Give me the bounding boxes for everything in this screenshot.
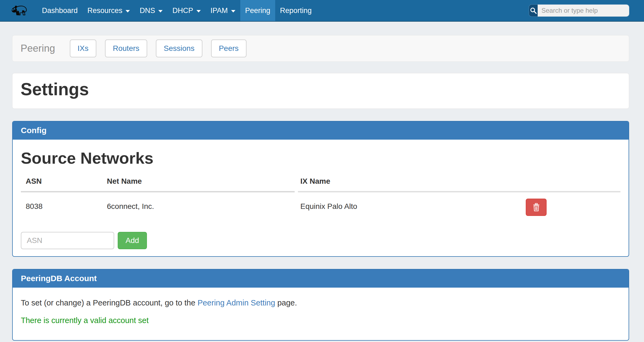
page-container: Peering IXs Routers Sessions Peers Setti… [12, 35, 629, 341]
nav-label: Dashboard [42, 6, 78, 15]
column-header-actions [520, 170, 620, 182]
add-asn-form: Add [21, 232, 620, 249]
source-networks-title: Source Networks [21, 149, 620, 167]
panda-icon [11, 3, 27, 18]
peering-admin-setting-link[interactable]: Peering Admin Setting [198, 298, 275, 307]
nav-item-peering[interactable]: Peering [240, 0, 275, 21]
peeringdb-panel: PeeringDB Account To set (or change) a P… [12, 269, 629, 341]
search-button[interactable] [529, 5, 538, 17]
cell-actions [520, 192, 620, 216]
nav-label: Reporting [280, 6, 312, 15]
column-header-net-name: Net Name [102, 170, 295, 191]
peeringdb-instructions: To set (or change) a PeeringDB account, … [21, 298, 620, 307]
nav-item-dashboard[interactable]: Dashboard [37, 0, 83, 21]
section-title-peering: Peering [21, 43, 55, 54]
settings-title-panel: Settings [12, 73, 629, 109]
account-status-message: There is currently a valid account set [21, 316, 620, 325]
config-panel: Config Source Networks ASN Net Name IX N… [12, 121, 629, 257]
cell-net-name: 6connect, Inc. [102, 192, 295, 211]
peering-subnav: Peering IXs Routers Sessions Peers [12, 35, 629, 62]
trash-icon [532, 203, 540, 212]
cell-asn: 8038 [21, 192, 102, 211]
config-panel-header: Config [13, 121, 629, 140]
table-row: 8038 6connect, Inc. Equinix Palo Alto [21, 192, 620, 223]
nav-item-ipam[interactable]: IPAM [206, 0, 240, 21]
page-title: Settings [21, 79, 621, 99]
nav-label: Resources [87, 6, 122, 15]
caret-down-icon [231, 10, 235, 12]
nav-label: Peering [245, 6, 270, 15]
text-after-link: page. [275, 298, 297, 307]
panda-logo[interactable] [0, 0, 28, 21]
source-networks-table: ASN Net Name IX Name 8038 6connect, Inc.… [21, 170, 620, 223]
top-navbar: Dashboard Resources DNS DHCP IPAM Peerin… [0, 0, 644, 22]
column-header-ix-name: IX Name [295, 170, 520, 191]
routers-button[interactable]: Routers [105, 40, 147, 57]
caret-down-icon [126, 10, 130, 12]
text-before-link: To set (or change) a PeeringDB account, … [21, 298, 198, 307]
caret-down-icon [196, 10, 201, 12]
sessions-button[interactable]: Sessions [156, 40, 202, 57]
column-header-asn: ASN [21, 170, 102, 191]
global-search-input[interactable] [538, 5, 629, 17]
search-icon [530, 7, 537, 14]
nav-label: DNS [140, 6, 155, 15]
peers-button[interactable]: Peers [211, 40, 247, 57]
nav-item-dns[interactable]: DNS [135, 0, 167, 21]
main-menu: Dashboard Resources DNS DHCP IPAM Peerin… [37, 0, 317, 21]
caret-down-icon [158, 10, 163, 12]
config-panel-body: Source Networks ASN Net Name IX Name 803… [13, 149, 629, 256]
table-header-row: ASN Net Name IX Name [21, 170, 620, 191]
delete-source-network-button[interactable] [526, 199, 547, 216]
ixs-button[interactable]: IXs [70, 40, 96, 57]
nav-item-resources[interactable]: Resources [83, 0, 135, 21]
nav-label: DHCP [172, 6, 193, 15]
add-button[interactable]: Add [118, 232, 147, 249]
cell-ix-name: Equinix Palo Alto [295, 192, 520, 211]
peeringdb-panel-body: To set (or change) a PeeringDB account, … [13, 298, 629, 340]
global-search [529, 5, 629, 17]
nav-item-dhcp[interactable]: DHCP [167, 0, 206, 21]
peeringdb-panel-header: PeeringDB Account [13, 269, 629, 288]
nav-label: IPAM [211, 6, 228, 15]
asn-input[interactable] [21, 232, 114, 249]
nav-item-reporting[interactable]: Reporting [275, 0, 317, 21]
